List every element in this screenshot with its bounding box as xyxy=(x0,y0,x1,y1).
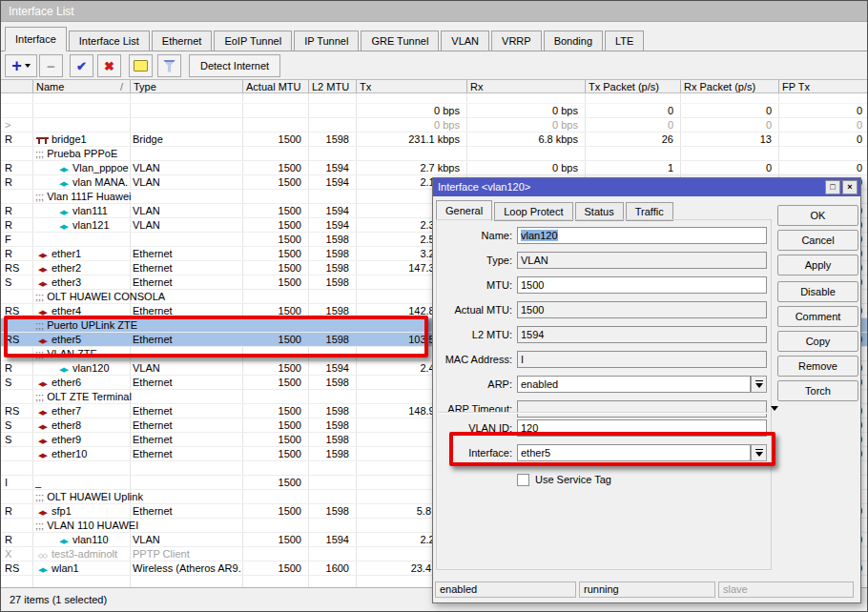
filter-button[interactable] xyxy=(157,54,181,77)
cancel-button[interactable]: Cancel xyxy=(777,230,858,251)
cell-l2: 1598 xyxy=(308,275,355,289)
wireless-icon xyxy=(35,561,50,577)
apply-button[interactable]: Apply xyxy=(777,255,858,275)
column-header-FP Tx[interactable]: FP Tx xyxy=(778,80,868,93)
cell-amtu: 1500 xyxy=(242,233,307,246)
tab-gre-tunnel[interactable]: GRE Tunnel xyxy=(361,31,439,51)
cell-l2: 1598 xyxy=(308,261,355,275)
field-label: Type: xyxy=(436,252,512,269)
cell-type: Ethernet xyxy=(130,275,241,289)
field-input-actual-mtu[interactable]: 1500 xyxy=(517,301,767,318)
use-service-tag-checkbox[interactable] xyxy=(517,474,529,486)
dialog-titlebar[interactable]: Interface <vlan120> □ × xyxy=(433,178,860,196)
cell-amtu: 1500 xyxy=(242,533,307,546)
cell-fp: 0 xyxy=(778,133,867,146)
column-header-Rx[interactable]: Rx xyxy=(466,80,584,93)
cell-name: vlan110 xyxy=(32,533,129,548)
cell-tx: 2.7 kbps xyxy=(356,161,465,174)
add-icon: + xyxy=(11,57,22,74)
field-label: ARP: xyxy=(436,376,512,393)
close-button[interactable]: × xyxy=(842,180,858,194)
table-row[interactable]: RVlan_pppoeVLAN150015942.7 kbps0 bps100 xyxy=(1,161,867,175)
comment-button[interactable]: Comment xyxy=(777,306,858,327)
tab-bonding[interactable]: Bonding xyxy=(544,31,603,51)
column-header-Tx Packet (p/s)[interactable]: Tx Packet (p/s) xyxy=(585,80,679,93)
cell-name: vlan121 xyxy=(32,218,129,234)
tab-vlan[interactable]: VLAN xyxy=(441,31,489,51)
bridge-icon xyxy=(35,135,50,145)
torch-button[interactable]: Torch xyxy=(777,380,858,401)
detect-internet-button[interactable]: Detect Internet xyxy=(189,54,280,77)
cell-amtu: 1500 xyxy=(242,204,307,217)
column-header-Rx Packet (p/s)[interactable]: Rx Packet (p/s) xyxy=(680,80,777,93)
field-input-l2-mtu[interactable]: 1594 xyxy=(517,326,767,343)
tab-vrrp[interactable]: VRRP xyxy=(491,31,542,51)
remove-button[interactable]: − xyxy=(39,54,63,77)
dialog-tab-status[interactable]: Status xyxy=(575,202,624,221)
window-titlebar[interactable]: Interface List xyxy=(1,1,867,22)
disable-button[interactable]: ✖ xyxy=(97,54,121,77)
vlan-icon xyxy=(56,218,71,234)
comment-row[interactable]: ;;; Prueba PPPoE xyxy=(1,147,867,161)
cell-type: VLAN xyxy=(130,218,241,232)
cell-type: VLAN xyxy=(130,204,241,217)
column-header-Type[interactable]: Type xyxy=(130,80,241,93)
field-row-name: Name:vlan120 xyxy=(436,227,772,244)
cell-amtu: 1500 xyxy=(242,418,307,432)
tab-ethernet[interactable]: Ethernet xyxy=(152,31,213,51)
cell-type: VLAN xyxy=(130,175,241,189)
cell-f: S xyxy=(2,376,31,389)
field-input-name[interactable]: vlan120 xyxy=(517,227,767,244)
comment-button[interactable] xyxy=(129,54,153,77)
column-header-Name[interactable]: Name / xyxy=(32,80,129,93)
field-input-type[interactable]: VLAN xyxy=(517,252,767,269)
table-row[interactable]: 0 bps0 bps000 xyxy=(1,104,867,118)
cell-name: _ xyxy=(32,476,129,489)
cell-l2: 1600 xyxy=(308,561,355,575)
field-label: Actual MTU: xyxy=(436,301,512,318)
dropdown-arrow-icon[interactable] xyxy=(771,406,778,411)
tab-ip-tunnel[interactable]: IP Tunnel xyxy=(294,31,359,51)
cell-type: Ethernet xyxy=(130,504,241,518)
dialog-tab-loop-protect[interactable]: Loop Protect xyxy=(494,202,572,221)
tab-eoip-tunnel[interactable]: EoIP Tunnel xyxy=(214,31,292,51)
dialog-title: Interface <vlan120> xyxy=(438,181,530,193)
field-input-arp[interactable]: enabled xyxy=(517,376,751,393)
cell-rx: 0 bps xyxy=(466,118,584,132)
field-row-arp-timeout: ARP Timeout: xyxy=(436,400,772,418)
copy-button[interactable]: Copy xyxy=(777,331,858,352)
cell-l2: 1598 xyxy=(308,447,355,460)
dialog-tab-traffic[interactable]: Traffic xyxy=(626,202,673,221)
table-row[interactable]: >0 bps0 bps000 xyxy=(1,118,867,133)
combo-dropdown-icon[interactable] xyxy=(751,376,767,393)
column-header-L2 MTU[interactable]: L2 MTU xyxy=(308,80,355,93)
enable-button[interactable]: ✔ xyxy=(70,54,93,77)
use-service-tag-row[interactable]: Use Service Tag xyxy=(517,473,611,486)
cell-rxp: 0 xyxy=(680,161,777,174)
column-header-Actual MTU[interactable]: Actual MTU xyxy=(242,80,307,93)
item-count: 27 items (1 selected) xyxy=(10,594,107,605)
cell-type: Ethernet xyxy=(130,433,241,446)
add-button[interactable]: + xyxy=(5,54,37,77)
column-header-Tx[interactable]: Tx xyxy=(356,80,465,93)
field-input-mtu[interactable]: 1500 xyxy=(517,276,767,294)
table-header[interactable]: Name /TypeActual MTUL2 MTUTxRxTx Packet … xyxy=(1,79,867,93)
dialog-tab-general[interactable]: General xyxy=(436,200,492,221)
cell-type: PPTP Client xyxy=(130,547,241,561)
ok-button[interactable]: OK xyxy=(777,205,858,226)
field-input-mac-address[interactable]: I xyxy=(517,351,767,368)
table-row-partial[interactable] xyxy=(1,93,867,104)
cell-fp: 0 xyxy=(778,161,867,174)
cell-txp: 1 xyxy=(585,161,679,174)
tab-lte[interactable]: LTE xyxy=(605,31,644,51)
table-row[interactable]: Rbridge1Bridge15001598231.1 kbps6.8 kbps… xyxy=(1,133,867,147)
disable-button[interactable]: Disable xyxy=(777,281,858,302)
maximize-button[interactable]: □ xyxy=(825,180,840,194)
cell-l2: 1594 xyxy=(308,533,355,546)
cell-amtu: 1500 xyxy=(242,447,307,460)
cell-amtu: 1500 xyxy=(242,376,307,389)
tab-interface-list[interactable]: Interface List xyxy=(69,31,150,51)
tab-interface[interactable]: Interface xyxy=(5,27,67,51)
remove-button[interactable]: Remove xyxy=(777,356,858,377)
field-input-arp-timeout[interactable] xyxy=(517,400,767,418)
